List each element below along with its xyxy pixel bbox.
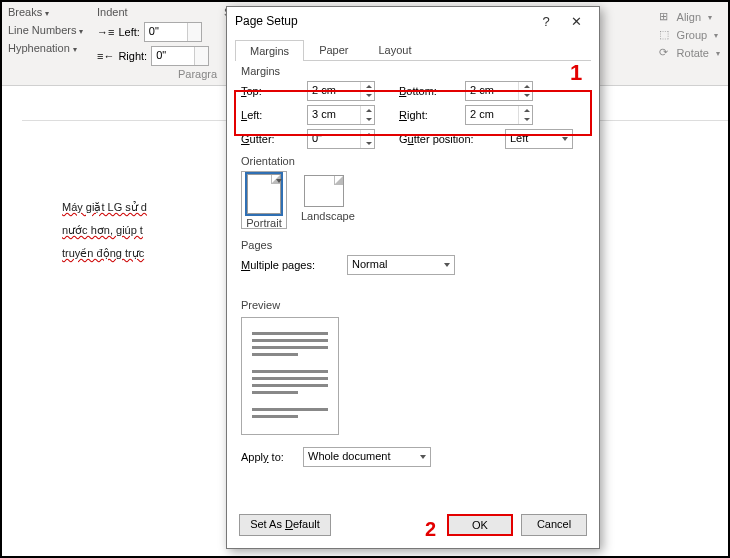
tab-layout[interactable]: Layout <box>363 39 426 60</box>
portrait-icon <box>247 174 281 214</box>
rotate-icon: ⟳ <box>659 46 673 60</box>
preview-pane <box>241 317 339 435</box>
gutter-position-label: Gutter position: <box>399 133 499 145</box>
set-as-default-button[interactable]: Set As Default <box>239 514 331 536</box>
page-setup-dialog: Page Setup ? ✕ Margins Paper Layout Marg… <box>226 6 600 549</box>
hyphenation-menu[interactable]: Hyphenation▾ <box>8 42 77 54</box>
multiple-pages-select[interactable]: Normal <box>347 255 455 275</box>
orientation-section-label: Orientation <box>227 151 599 169</box>
help-button[interactable]: ? <box>531 14 561 29</box>
align-icon: ⊞ <box>659 10 673 24</box>
right-label: Right: <box>399 109 459 121</box>
indent-label: Indent <box>97 6 209 18</box>
arrange-group: ⊞Align▾ ⬚Group▾ ⟳Rotate▾ <box>659 8 720 62</box>
indent-left-icon: →≡ <box>97 26 114 38</box>
orientation-portrait[interactable]: Portrait <box>241 171 287 229</box>
preview-section-label: Preview <box>227 295 599 313</box>
indent-left-label: Left: <box>118 26 139 38</box>
top-input[interactable]: 2 cm <box>307 81 375 101</box>
align-menu[interactable]: ⊞Align▾ <box>659 8 720 26</box>
gutter-position-select[interactable]: Left <box>505 129 573 149</box>
gutter-label: Gutter: <box>241 133 301 145</box>
doc-text: nước hơn, giúp t <box>62 224 143 236</box>
left-input[interactable]: 3 cm <box>307 105 375 125</box>
doc-text: Máy giặt LG sử d <box>62 201 147 213</box>
tab-margins[interactable]: Margins <box>235 40 304 61</box>
dialog-titlebar: Page Setup ? ✕ <box>227 7 599 35</box>
multiple-pages-label: Multiple pages: <box>241 259 341 271</box>
bottom-label: Bottom: <box>399 85 459 97</box>
bottom-input[interactable]: 2 cm <box>465 81 533 101</box>
indent-left-input[interactable]: 0" <box>144 22 202 42</box>
indent-right-icon: ≡← <box>97 50 114 62</box>
gutter-input[interactable]: 0" <box>307 129 375 149</box>
line-numbers-menu[interactable]: Line Numbers▾ <box>8 24 83 36</box>
dialog-title: Page Setup <box>235 14 531 28</box>
paragraph-group-label: Paragra <box>178 68 217 80</box>
apply-to-select[interactable]: Whole document <box>303 447 431 467</box>
margins-section-label: Margins <box>227 61 599 79</box>
pages-section-label: Pages <box>227 235 599 253</box>
ok-button[interactable]: OK <box>447 514 513 536</box>
top-label: Top: <box>241 85 301 97</box>
right-input[interactable]: 2 cm <box>465 105 533 125</box>
group-icon: ⬚ <box>659 28 673 42</box>
apply-to-label: Apply to: <box>241 451 297 463</box>
group-menu: ⬚Group▾ <box>659 26 720 44</box>
cancel-button[interactable]: Cancel <box>521 514 587 536</box>
orientation-landscape[interactable]: Landscape <box>301 171 347 229</box>
annotation-number-2: 2 <box>425 518 436 541</box>
tab-paper[interactable]: Paper <box>304 39 363 60</box>
doc-text: truyền động trực <box>62 247 144 259</box>
indent-right-input[interactable]: 0" <box>151 46 209 66</box>
indent-right-label: Right: <box>118 50 147 62</box>
close-button[interactable]: ✕ <box>561 14 591 29</box>
annotation-number-1: 1 <box>570 60 582 86</box>
landscape-icon <box>304 175 344 207</box>
left-label: Left: <box>241 109 301 121</box>
breaks-menu[interactable]: Breaks▾ <box>8 6 49 18</box>
rotate-menu: ⟳Rotate▾ <box>659 44 720 62</box>
